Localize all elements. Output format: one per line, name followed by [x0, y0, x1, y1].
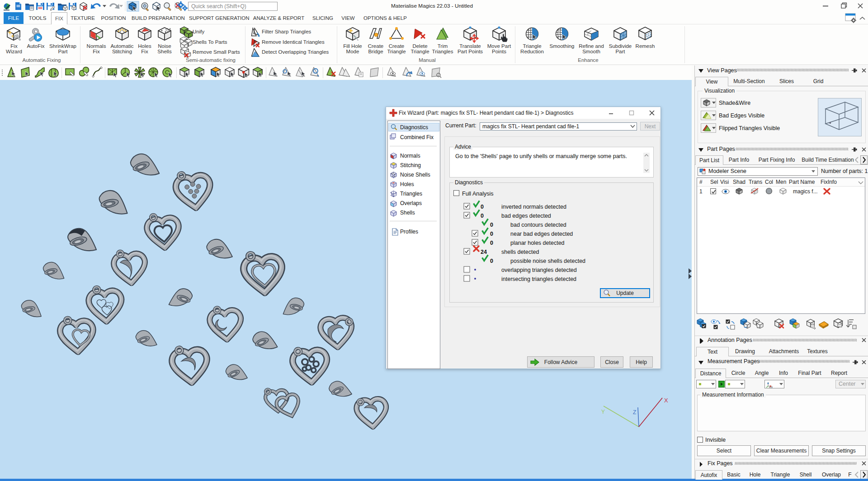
svg-text:0: 0	[490, 258, 493, 264]
svg-text:shells detected: shells detected	[501, 249, 539, 255]
svg-text:0: 0	[481, 213, 484, 219]
svg-text:overlapping triangles detected: overlapping triangles detected	[501, 267, 577, 273]
svg-text:near bad edges detected: near bad edges detected	[510, 231, 573, 237]
svg-text:possible noise shells detected: possible noise shells detected	[510, 258, 585, 264]
svg-text:bad edges detected: bad edges detected	[501, 213, 551, 219]
svg-text:0: 0	[490, 222, 493, 228]
svg-text:X: X	[664, 397, 668, 404]
svg-text:24: 24	[481, 249, 487, 255]
svg-text:xyz: xyz	[769, 386, 773, 388]
svg-text:planar holes detected: planar holes detected	[510, 240, 565, 246]
svg-text:0: 0	[490, 231, 493, 237]
svg-text:Z: Z	[633, 409, 636, 416]
svg-text:inverted normals detected: inverted normals detected	[501, 204, 566, 210]
svg-text:0: 0	[490, 240, 493, 246]
svg-text:Y: Y	[601, 409, 605, 415]
svg-text:bad contours detected: bad contours detected	[510, 222, 566, 228]
svg-text:intersecting triangles detecte: intersecting triangles detected	[501, 276, 576, 282]
svg-text:0: 0	[481, 204, 484, 210]
